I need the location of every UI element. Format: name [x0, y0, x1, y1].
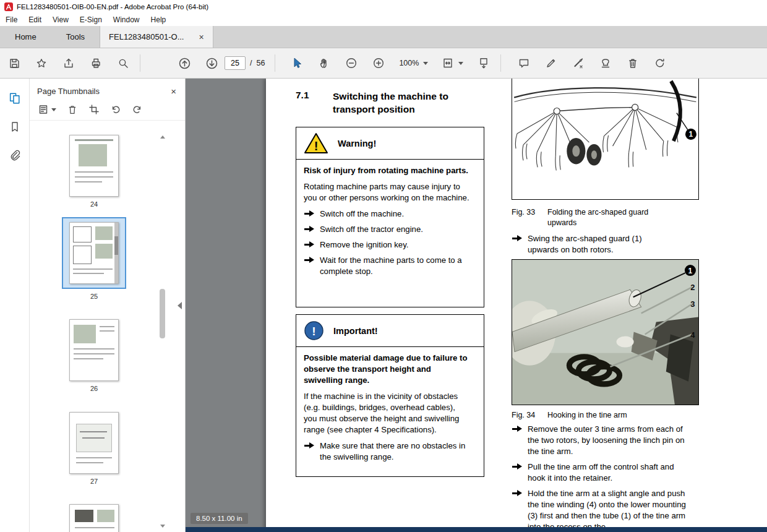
figure-33-caption: Fig. 33 Folding the arc-shaped guard upw… — [512, 207, 694, 228]
select-tool-button[interactable] — [290, 56, 304, 70]
thumb-shape — [100, 326, 114, 327]
page-fit-dropdown[interactable] — [442, 57, 463, 69]
menu-window[interactable]: Window — [108, 15, 145, 25]
thumbnail-options-button[interactable] — [38, 104, 56, 115]
step-arrow-icon — [512, 235, 523, 242]
menu-esign[interactable]: E-Sign — [74, 15, 108, 25]
warning-mark: ! — [314, 139, 319, 153]
thumbnail-page-25[interactable]: 25 — [62, 217, 126, 300]
tab-close-icon[interactable]: × — [199, 33, 204, 41]
fountain-pen-icon — [572, 57, 585, 69]
save-button[interactable] — [7, 56, 21, 70]
thumb-shape — [76, 457, 112, 458]
crop-pages-button[interactable] — [88, 104, 100, 115]
highlight-button[interactable] — [544, 56, 558, 70]
panel-toolbar — [30, 99, 185, 121]
thumbnail-page-26[interactable]: 26 — [68, 319, 120, 392]
thumb-shape — [74, 325, 96, 343]
thumbnails-panel-button[interactable] — [4, 87, 26, 109]
hand-tool-button[interactable] — [317, 56, 331, 70]
thumbnail-page-27[interactable]: 27 — [68, 412, 120, 485]
attachments-panel-button[interactable] — [4, 144, 26, 166]
print-button[interactable] — [89, 56, 103, 70]
scroll-mode-button[interactable] — [477, 56, 491, 70]
sign-button[interactable] — [572, 56, 585, 70]
thumb-shape — [74, 348, 114, 350]
page-up-icon — [178, 57, 191, 70]
reset-button[interactable] — [653, 56, 667, 70]
thumbnail-preview — [69, 135, 119, 197]
thumbnail-page-24[interactable]: 24 — [68, 135, 120, 208]
stamp-icon — [599, 57, 612, 69]
figure-caption-text: Hooking in the tine arm — [547, 410, 627, 421]
thumbnail-label: 24 — [68, 200, 120, 208]
rotate-cw-icon — [132, 104, 143, 115]
scroll-down-arrow[interactable] — [160, 525, 165, 528]
stamp-button[interactable] — [599, 56, 612, 70]
figure-34-instructions: Remove the outer 3 tine arms from each o… — [512, 424, 690, 532]
scrollbar-thumb[interactable] — [160, 289, 165, 338]
menu-view[interactable]: View — [47, 15, 74, 25]
comment-button[interactable] — [517, 56, 531, 70]
trash-icon — [67, 104, 78, 115]
navigation-rail — [0, 79, 30, 532]
menu-file[interactable]: File — [0, 15, 23, 25]
find-button[interactable] — [116, 56, 130, 70]
tab-document[interactable]: FEL1283480501-O... × — [100, 26, 213, 48]
instruction-step: Remove the ignition key. — [304, 239, 470, 251]
delete-thumbnail-button[interactable] — [67, 104, 78, 115]
thumb-shape — [73, 273, 104, 274]
printer-icon — [90, 57, 102, 69]
page-number-input[interactable] — [225, 56, 246, 70]
thumb-shape — [97, 510, 114, 522]
pdf-page: 7.1 Switching the machine to transport p… — [266, 79, 767, 532]
bookmarks-panel-button[interactable] — [4, 116, 26, 138]
rotate-ccw-icon — [110, 104, 121, 115]
rotate-right-button[interactable] — [132, 104, 143, 115]
options-list-icon — [38, 104, 49, 115]
thumbnail-page-28[interactable] — [68, 504, 120, 532]
warning-text: Rotating machine parts may cause injury … — [304, 181, 470, 204]
menu-help[interactable]: Help — [145, 15, 172, 25]
page-thumbnails-icon — [8, 92, 22, 105]
zoom-out-button[interactable] — [345, 56, 358, 70]
collapse-panel-handle[interactable] — [176, 297, 183, 314]
panel-close-icon[interactable]: × — [171, 86, 176, 97]
instruction-step: Make sure that there are no obstacles in… — [304, 440, 470, 463]
upload-icon — [62, 57, 75, 69]
pencil-icon — [545, 57, 557, 69]
cursor-icon — [291, 57, 303, 69]
panel-scrollbar[interactable] — [160, 135, 165, 528]
step-text: Swing the arc-shaped guard (1) upwards o… — [528, 234, 642, 254]
rotate-left-button[interactable] — [110, 104, 121, 115]
instruction-step: Wait for the machine parts to come to a … — [304, 255, 470, 277]
tab-home[interactable]: Home — [0, 26, 51, 48]
thumb-scrollbar-thumb — [114, 236, 118, 255]
important-body: Possible material damage due to failure … — [296, 347, 484, 463]
acrobat-logo-icon — [4, 2, 13, 11]
instruction-step: Switch off the machine. — [304, 208, 470, 220]
tine-arm-photo: 1 2 3 4 — [512, 260, 698, 405]
step-text: Make sure that there are no obstacles in… — [320, 441, 465, 461]
previous-page-button[interactable] — [178, 56, 191, 70]
scroll-up-arrow[interactable] — [160, 135, 165, 139]
warning-lead: Risk of injury from rotating machine par… — [304, 165, 470, 176]
menu-edit[interactable]: Edit — [23, 15, 47, 25]
toolbar-divider — [140, 54, 140, 72]
instruction-step: Swing the arc-shaped guard (1) upwards o… — [512, 233, 660, 255]
panel-title: Page Thumbnails — [37, 87, 100, 96]
next-page-button[interactable] — [205, 56, 218, 70]
delete-pages-button[interactable] — [626, 56, 640, 70]
bookmark-icon — [9, 121, 21, 133]
fig34-callout-2: 2 — [690, 283, 695, 292]
important-box: ! Important! Possible material damage du… — [296, 314, 484, 477]
share-button[interactable] — [62, 56, 75, 70]
favorites-button[interactable] — [35, 56, 48, 70]
zoom-in-button[interactable] — [372, 56, 385, 70]
page-size-badge: 8.50 x 11.00 in — [191, 513, 248, 524]
hand-icon — [318, 57, 330, 69]
main-toolbar: / 56 100% — [0, 48, 767, 79]
warning-body: Risk of injury from rotating machine par… — [296, 160, 484, 277]
tab-tools[interactable]: Tools — [51, 26, 100, 48]
zoom-level-dropdown[interactable]: 100% — [399, 59, 428, 67]
